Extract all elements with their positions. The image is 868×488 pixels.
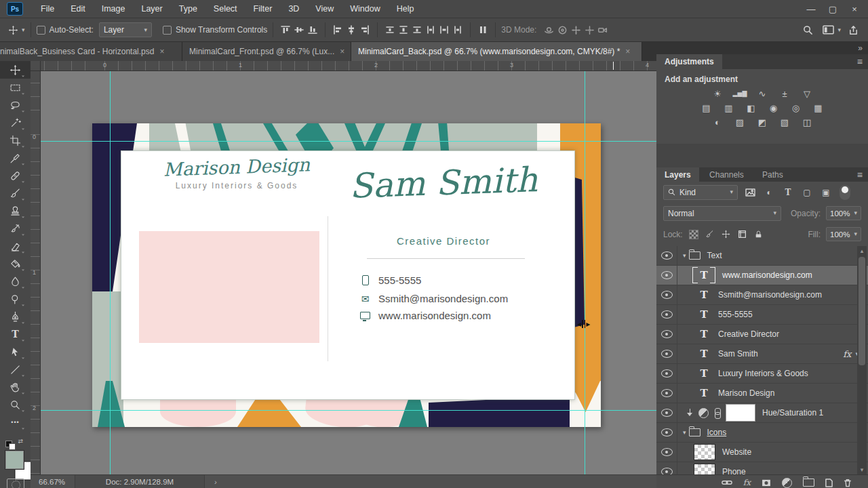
ruler-top[interactable]: 0 1 2 3 4 bbox=[40, 61, 656, 71]
tool-preset-chevron-icon[interactable]: ▾ bbox=[22, 27, 25, 33]
show-transform-checkbox[interactable] bbox=[163, 26, 172, 35]
invert-icon[interactable]: ◐ bbox=[709, 116, 726, 128]
foreground-color-swatch[interactable] bbox=[5, 451, 24, 469]
visibility-toggle[interactable] bbox=[656, 403, 677, 422]
tool-pen[interactable] bbox=[0, 308, 31, 325]
distribute-horizontal-centers-button[interactable] bbox=[437, 23, 451, 37]
zoom-level-field[interactable]: 66.67% bbox=[31, 478, 75, 486]
align-vertical-centers-button[interactable] bbox=[292, 23, 306, 37]
photo-filter-icon[interactable]: ◉ bbox=[766, 102, 782, 114]
menu-filter[interactable]: Filter bbox=[245, 0, 281, 18]
tool-eraser[interactable] bbox=[0, 237, 31, 255]
filter-pixel-layers-icon[interactable] bbox=[743, 186, 757, 199]
align-left-edges-button[interactable] bbox=[331, 23, 344, 37]
ruler-origin-box[interactable] bbox=[31, 61, 41, 71]
maximize-button[interactable]: ▢ bbox=[822, 0, 844, 18]
quick-mask-button[interactable] bbox=[7, 479, 24, 488]
lock-artboard-icon[interactable] bbox=[737, 229, 748, 240]
close-icon[interactable]: × bbox=[159, 47, 164, 56]
blend-mode-dropdown[interactable]: Normal ▾ bbox=[663, 206, 781, 221]
layer-filter-dropdown[interactable]: Kind ▾ bbox=[663, 185, 738, 200]
delete-layer-icon[interactable] bbox=[844, 478, 852, 487]
tool-type[interactable]: T bbox=[0, 325, 31, 343]
auto-select-dropdown[interactable]: Layer ▾ bbox=[99, 22, 152, 37]
distribute-spacing-button[interactable] bbox=[476, 23, 490, 37]
exposure-icon[interactable]: ± bbox=[776, 87, 793, 100]
guide-horizontal-bottom[interactable] bbox=[40, 410, 656, 411]
visibility-toggle[interactable] bbox=[656, 285, 677, 304]
layer-row[interactable]: Phone bbox=[656, 462, 868, 474]
channel-mixer-icon[interactable]: ◎ bbox=[788, 102, 804, 114]
menu-window[interactable]: Window bbox=[342, 0, 388, 18]
lock-all-icon[interactable] bbox=[753, 229, 764, 240]
tool-clone-stamp[interactable] bbox=[0, 202, 31, 220]
visibility-toggle[interactable] bbox=[656, 344, 677, 363]
menu-view[interactable]: View bbox=[307, 0, 342, 18]
3d-orbit-icon[interactable] bbox=[542, 23, 555, 37]
visibility-toggle[interactable] bbox=[656, 423, 677, 442]
layer-row[interactable]: T 555-5555 bbox=[656, 305, 868, 325]
visibility-toggle[interactable] bbox=[656, 364, 677, 383]
layer-effects-badge[interactable]: fx ▾ bbox=[843, 349, 859, 359]
align-bottom-edges-button[interactable] bbox=[306, 23, 319, 37]
menu-file[interactable]: File bbox=[33, 0, 62, 18]
distribute-vertical-centers-button[interactable] bbox=[397, 23, 410, 37]
curves-icon[interactable]: ∿ bbox=[754, 87, 770, 100]
filter-smart-objects-icon[interactable]: ▣ bbox=[819, 186, 833, 199]
tool-blur[interactable] bbox=[0, 272, 31, 290]
visibility-toggle[interactable] bbox=[656, 443, 677, 462]
tool-zoom[interactable] bbox=[0, 396, 31, 413]
add-layer-style-icon[interactable]: fx bbox=[743, 478, 751, 487]
canvas-area[interactable]: 0 1 2 3 4 0 1 2 bbox=[31, 61, 656, 474]
filter-shape-layers-icon[interactable]: ▢ bbox=[800, 186, 814, 199]
add-layer-mask-icon[interactable] bbox=[762, 478, 771, 487]
minimize-button[interactable]: — bbox=[800, 0, 822, 18]
layer-row[interactable]: T Marison Design bbox=[656, 384, 868, 403]
document-artboard[interactable]: Marison Design Luxury Interiors & Goods … bbox=[92, 123, 601, 427]
tab-minimalcard-front[interactable]: MinimalCard_Front.psd @ 66.7% (Lux... × bbox=[182, 42, 351, 61]
tool-move[interactable] bbox=[0, 61, 31, 79]
new-layer-icon[interactable] bbox=[825, 478, 833, 487]
guide-vertical-right[interactable] bbox=[585, 70, 585, 474]
layer-thumbnail[interactable] bbox=[694, 464, 715, 474]
visibility-toggle[interactable] bbox=[656, 266, 677, 285]
visibility-toggle[interactable] bbox=[656, 246, 677, 265]
tool-crop[interactable] bbox=[0, 131, 31, 149]
visibility-toggle[interactable] bbox=[656, 462, 677, 474]
menu-type[interactable]: Type bbox=[171, 0, 205, 18]
gradient-map-icon[interactable]: ▧ bbox=[776, 116, 793, 128]
collapse-panels-icon[interactable]: » bbox=[858, 43, 861, 53]
layer-row[interactable]: T Sam Smith fx ▾ bbox=[656, 344, 868, 364]
tool-path-selection[interactable] bbox=[0, 343, 31, 361]
layer-row-group-text[interactable]: ▾ Text bbox=[656, 246, 868, 266]
brightness-contrast-icon[interactable]: ☀ bbox=[709, 87, 726, 100]
share-icon[interactable] bbox=[846, 23, 860, 37]
menu-edit[interactable]: Edit bbox=[62, 0, 94, 18]
tool-healing-brush[interactable] bbox=[0, 167, 31, 184]
close-icon[interactable]: × bbox=[340, 47, 344, 56]
color-lookup-icon[interactable]: ▦ bbox=[810, 102, 827, 114]
tab-channels[interactable]: Channels bbox=[701, 167, 752, 182]
menu-layer[interactable]: Layer bbox=[133, 0, 170, 18]
menu-select[interactable]: Select bbox=[205, 0, 245, 18]
tab-adjustments[interactable]: Adjustments bbox=[656, 54, 722, 69]
tool-lasso[interactable] bbox=[0, 96, 31, 114]
color-balance-icon[interactable]: ▥ bbox=[721, 102, 737, 114]
scrollbar-thumb[interactable] bbox=[859, 257, 865, 365]
tool-marquee[interactable] bbox=[0, 79, 31, 96]
selective-color-icon[interactable]: ◫ bbox=[799, 116, 815, 128]
filter-type-layers-icon[interactable]: T bbox=[781, 186, 795, 199]
layer-thumbnail[interactable] bbox=[694, 444, 715, 460]
tool-magic-wand[interactable] bbox=[0, 114, 31, 131]
vibrance-icon[interactable]: ▽ bbox=[799, 87, 815, 100]
link-layers-icon[interactable] bbox=[722, 478, 732, 487]
visibility-toggle[interactable] bbox=[656, 325, 677, 344]
layer-row[interactable]: T Ssmith@marisondesign.com bbox=[656, 285, 868, 305]
tab-paths[interactable]: Paths bbox=[754, 167, 791, 182]
lock-position-icon[interactable] bbox=[721, 229, 732, 240]
tool-history-brush[interactable] bbox=[0, 220, 31, 237]
guide-horizontal-top[interactable] bbox=[40, 141, 656, 142]
close-icon[interactable]: × bbox=[625, 47, 630, 56]
threshold-icon[interactable]: ◩ bbox=[754, 116, 770, 128]
opacity-field[interactable]: 100% ▾ bbox=[826, 206, 861, 220]
